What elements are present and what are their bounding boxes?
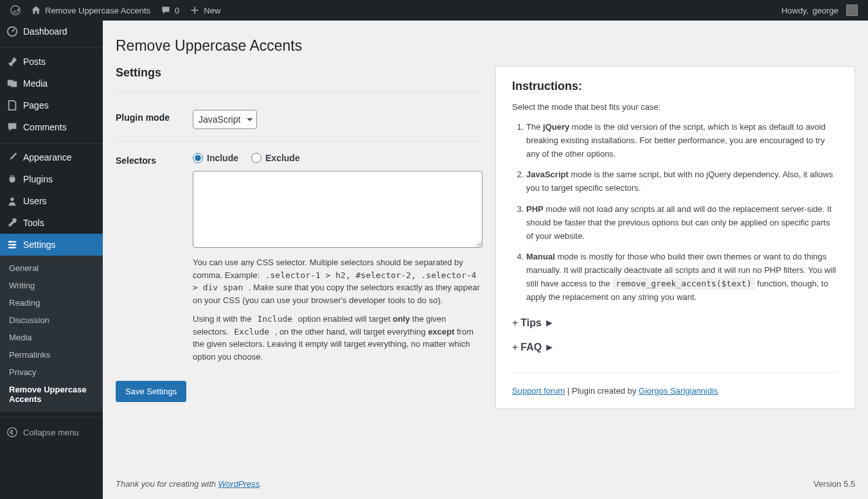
wp-logo[interactable] [5, 0, 26, 21]
menu-tools[interactable]: Tools [0, 212, 103, 234]
include-radio-label[interactable]: Include [193, 153, 238, 163]
selectors-textarea[interactable] [193, 171, 483, 248]
instructions-intro: Select the mode that best fits your case… [512, 102, 838, 112]
plus-icon: + [512, 342, 518, 353]
plugin-mode-label: Plugin mode [116, 110, 193, 123]
site-home-link[interactable]: Remove Uppercase Accents [26, 0, 155, 21]
svg-point-4 [10, 241, 12, 243]
instructions-heading: Instructions: [512, 80, 838, 93]
tips-toggle[interactable]: +Tips ► [512, 317, 838, 329]
instruction-item-3: PHP mode will not load any scripts at al… [526, 203, 838, 243]
menu-media[interactable]: Media [0, 73, 103, 94]
page-title: Remove Uppercase Accents [116, 37, 855, 55]
instructions-panel: Instructions: Select the mode that best … [495, 66, 855, 409]
plugin-mode-select[interactable]: JavaScript [193, 110, 257, 129]
svg-point-7 [8, 428, 17, 437]
collapse-menu[interactable]: Collapse menu [0, 420, 103, 444]
exclude-radio-label[interactable]: Exclude [251, 153, 300, 163]
admin-sidebar: Dashboard Posts Media Pages Comments App… [0, 21, 103, 499]
menu-dashboard[interactable]: Dashboard [0, 21, 103, 42]
include-radio[interactable] [193, 153, 203, 163]
submenu-general[interactable]: General [0, 259, 103, 277]
menu-pages[interactable]: Pages [0, 94, 103, 116]
instruction-item-1: The jQuery mode is the old version of th… [526, 121, 838, 161]
menu-posts[interactable]: Posts [0, 51, 103, 73]
selectors-desc-1: You can use any CSS selector. Multiple s… [193, 256, 483, 306]
site-title: Remove Uppercase Accents [45, 6, 150, 15]
svg-point-2 [9, 81, 10, 82]
support-line: Support forum | Plugin created by Giorgo… [512, 372, 838, 396]
user-icon [6, 195, 18, 207]
dashboard-icon [6, 26, 18, 37]
plus-icon: + [512, 317, 518, 329]
avatar [846, 4, 858, 16]
exclude-radio[interactable] [251, 153, 261, 163]
instruction-item-4: Manual mode is mostly for those who buil… [526, 250, 838, 304]
user-name: george [813, 6, 838, 15]
menu-settings[interactable]: Settings [0, 234, 103, 256]
wrench-icon [6, 217, 18, 229]
support-forum-link[interactable]: Support forum [512, 386, 565, 396]
comment-icon [161, 5, 171, 15]
home-icon [31, 5, 41, 15]
collapse-icon [6, 426, 18, 438]
media-icon [6, 78, 18, 89]
new-label: New [204, 6, 220, 15]
chevron-right-icon: ► [544, 317, 554, 329]
svg-point-3 [10, 198, 13, 201]
menu-comments[interactable]: Comments [0, 116, 103, 138]
comments-link[interactable]: 0 [155, 0, 184, 21]
new-content-link[interactable]: New [184, 0, 226, 21]
comments-icon [6, 121, 18, 133]
author-link[interactable]: Giorgos Sarigiannidis [639, 386, 718, 396]
pin-icon [6, 56, 18, 67]
footer-thanks: Thank you for creating with WordPress. [116, 479, 262, 489]
submenu-permalinks[interactable]: Permalinks [0, 346, 103, 363]
svg-point-6 [10, 247, 13, 249]
sliders-icon [6, 239, 18, 250]
brush-icon [6, 152, 18, 163]
submenu-reading[interactable]: Reading [0, 294, 103, 311]
selectors-label: Selectors [116, 153, 193, 166]
faq-toggle[interactable]: +FAQ ► [512, 342, 838, 353]
selectors-desc-2: Using it with the Include option enabled… [193, 313, 483, 363]
submenu-rua[interactable]: Remove Uppercase Accents [0, 381, 103, 408]
submenu-privacy[interactable]: Privacy [0, 363, 103, 381]
footer-version: Version 5.5 [813, 479, 855, 489]
submenu-media[interactable]: Media [0, 329, 103, 346]
plus-icon [190, 5, 200, 15]
save-settings-button[interactable]: Save Settings [116, 381, 186, 402]
menu-users[interactable]: Users [0, 190, 103, 212]
svg-point-5 [13, 243, 15, 246]
plug-icon [6, 173, 18, 185]
wordpress-link[interactable]: WordPress [218, 479, 260, 489]
settings-submenu: General Writing Reading Discussion Media… [0, 256, 103, 412]
page-icon [6, 100, 18, 111]
submenu-writing[interactable]: Writing [0, 277, 103, 294]
submenu-discussion[interactable]: Discussion [0, 311, 103, 329]
instruction-item-2: JavaScript mode is the same script, but … [526, 168, 838, 195]
menu-appearance[interactable]: Appearance [0, 146, 103, 168]
comments-count: 0 [175, 6, 179, 15]
settings-heading: Settings [116, 66, 483, 92]
howdy-prefix: Howdy, [781, 6, 808, 15]
menu-plugins[interactable]: Plugins [0, 168, 103, 190]
my-account[interactable]: Howdy, george [776, 0, 863, 21]
chevron-right-icon: ► [544, 342, 554, 353]
